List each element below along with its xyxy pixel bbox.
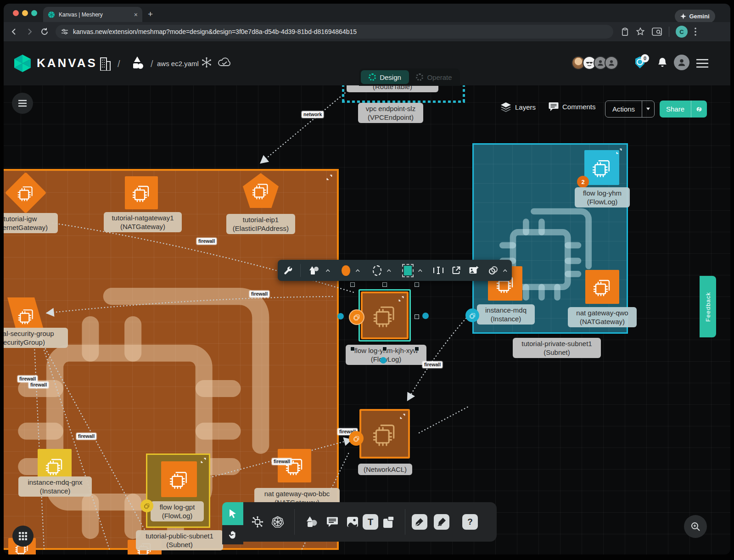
chevron-up-icon[interactable]: [418, 269, 423, 273]
canvas-menu-button[interactable]: [12, 93, 33, 114]
pan-hand-tool[interactable]: [222, 525, 243, 544]
label-instance-gnx[interactable]: instance-mdq-gnx(Instance): [18, 476, 92, 497]
comments-button[interactable]: Comments: [549, 102, 596, 112]
network-acl-handle[interactable]: [349, 431, 364, 446]
window-minimize-button[interactable]: [22, 10, 28, 16]
resize-icon[interactable]: [326, 174, 332, 180]
back-icon[interactable]: [10, 27, 19, 36]
guide-dot-left[interactable]: [337, 313, 344, 319]
label-instance-mdq[interactable]: instance-mdq(Instance): [477, 304, 535, 325]
chevron-up-icon[interactable]: [503, 269, 508, 273]
resize-icon[interactable]: [616, 148, 622, 154]
dock-apps-button[interactable]: [12, 526, 34, 547]
node-color-button[interactable]: [342, 265, 350, 276]
bookmark-star-icon[interactable]: [636, 27, 645, 36]
background-style-button[interactable]: [404, 266, 412, 275]
kubernetes-tool[interactable]: [272, 516, 284, 528]
search-tabs-icon[interactable]: [651, 27, 662, 36]
flow-log-gpt-handle[interactable]: [140, 499, 153, 512]
browser-menu-icon[interactable]: [694, 27, 697, 36]
image-tool[interactable]: [347, 516, 359, 527]
workspace-shapes-icon[interactable]: [129, 55, 145, 71]
label-igw[interactable]: tutorial-igw(InternetGateway): [4, 213, 58, 233]
selection-handle-s[interactable]: [382, 347, 387, 351]
organization-icon[interactable]: [99, 55, 111, 71]
selection-handle-se[interactable]: [415, 347, 419, 351]
chevron-up-icon[interactable]: [355, 269, 360, 273]
share-link-icon[interactable]: [691, 106, 707, 113]
private-subnet-handle[interactable]: [465, 308, 479, 322]
collaborator-avatar-user4[interactable]: [605, 56, 618, 70]
forward-icon[interactable]: [25, 27, 34, 36]
tab-design[interactable]: Design: [361, 70, 409, 84]
label-width-button[interactable]: [433, 266, 444, 274]
site-settings-icon[interactable]: [61, 28, 68, 35]
design-canvas[interactable]: (RouteTable): [4, 85, 730, 554]
label-private-subnet[interactable]: tutorial-private-subnet1(Subnet): [513, 338, 601, 358]
notifications-bell-icon[interactable]: [657, 57, 667, 68]
border-style-button[interactable]: [373, 265, 381, 276]
open-in-new-button[interactable]: [452, 266, 461, 275]
infrastructure-tool[interactable]: [252, 516, 263, 528]
node-flow-log-yhm[interactable]: [584, 150, 619, 185]
window-zoom-button[interactable]: [31, 10, 37, 16]
profile-avatar[interactable]: C: [676, 26, 688, 38]
routetable-label[interactable]: (RouteTable): [347, 85, 438, 92]
label-network-acl[interactable]: (NetworkACL): [358, 464, 412, 475]
snowflake-icon[interactable]: [201, 57, 212, 68]
label-natgateway1[interactable]: tutorial-natgateway1(NATGateway): [104, 212, 182, 232]
design-file-name[interactable]: aws ec2.yaml: [157, 60, 199, 67]
flow-log-badge[interactable]: 2: [577, 176, 589, 188]
node-network-acl[interactable]: [359, 409, 410, 459]
gemini-button[interactable]: Gemini: [675, 10, 715, 23]
environment-badge[interactable]: 0: [633, 56, 646, 69]
label-flow-log-yhm[interactable]: flow log-yhm(FlowLog): [575, 187, 630, 207]
resize-icon[interactable]: [398, 296, 404, 302]
node-nat-gateway-qwo-bbc[interactable]: [278, 449, 311, 482]
select-tool[interactable]: [222, 502, 243, 525]
label-vpc-endpoint[interactable]: vpc endpoint-slz(VPCEndpoint): [358, 103, 423, 123]
cloud-sync-icon[interactable]: [218, 57, 231, 68]
configure-wrench-button[interactable]: [283, 266, 292, 275]
guide-dot-right[interactable]: [422, 313, 429, 319]
tab-operate[interactable]: Operate: [410, 70, 458, 84]
comment-tool[interactable]: [326, 516, 338, 527]
guide-dot-bottom[interactable]: [380, 357, 387, 364]
new-tab-button[interactable]: +: [148, 10, 153, 19]
selection-handle-sw[interactable]: [350, 347, 355, 351]
chevron-up-icon[interactable]: [325, 269, 331, 273]
label-security-group[interactable]: tutorial-security-group(SecurityGroup): [4, 328, 68, 348]
text-tool[interactable]: T: [363, 514, 378, 530]
address-bar[interactable]: kanvas.new/extension/meshmap?mode=design…: [56, 25, 613, 39]
shapes-tool[interactable]: [305, 516, 318, 528]
node-nat-gateway-qwo[interactable]: [585, 270, 619, 304]
user-avatar[interactable]: [674, 55, 689, 70]
node-shape-button[interactable]: [308, 265, 320, 275]
help-button[interactable]: ?: [462, 514, 478, 530]
reload-icon[interactable]: [40, 27, 49, 36]
marker-tool[interactable]: [434, 514, 449, 530]
resize-icon[interactable]: [201, 458, 206, 463]
kanvas-logo-icon[interactable]: [13, 54, 32, 73]
actions-button[interactable]: Actions: [605, 101, 655, 118]
label-flow-log-gpt[interactable]: flow log-gpt(FlowLog): [151, 501, 204, 521]
node-flow-log-selected[interactable]: [361, 291, 409, 339]
window-close-button[interactable]: [13, 10, 19, 16]
collaborator-avatars[interactable]: [574, 56, 618, 70]
layers-button[interactable]: Layers: [500, 102, 536, 112]
label-eip1[interactable]: tutorial-eip1(ElasticIPAddress): [226, 214, 295, 234]
share-button[interactable]: Share: [660, 101, 707, 118]
kanvas-wordmark[interactable]: KANVAS: [37, 56, 97, 70]
actions-dropdown-icon[interactable]: [642, 107, 654, 112]
selection-handle-n[interactable]: [382, 282, 387, 287]
add-image-button[interactable]: [469, 266, 479, 275]
group-style-button[interactable]: [487, 266, 499, 275]
label-nat-gateway-qwo[interactable]: nat gateway-qwo(NATGateway): [568, 307, 637, 327]
selection-handle-ne[interactable]: [415, 282, 419, 287]
browser-tab[interactable]: Kanvas | Meshery ×: [43, 7, 142, 22]
chevron-up-icon[interactable]: [387, 269, 392, 273]
node-flow-log-gpt[interactable]: [161, 461, 197, 497]
node-nat-gateway1[interactable]: [125, 176, 158, 209]
feedback-tab[interactable]: Feedback: [700, 276, 716, 337]
tab-close-icon[interactable]: ×: [134, 11, 138, 18]
